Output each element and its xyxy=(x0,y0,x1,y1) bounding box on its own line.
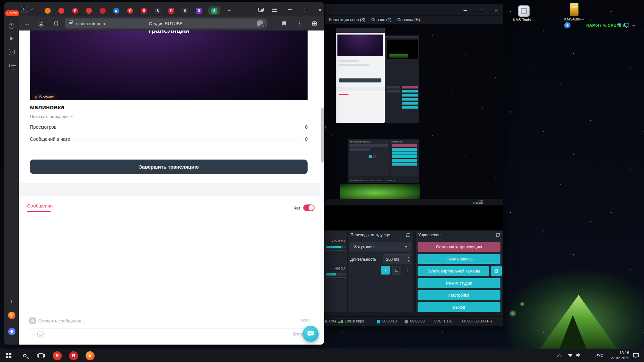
start-button[interactable] xyxy=(1,349,16,362)
chat-tabs-row: Сообщения Чат xyxy=(19,202,320,212)
duration-label: Длительность xyxy=(350,254,376,264)
show-description-toggle[interactable]: Показать описание xyxy=(30,114,73,119)
yandex-app-taskbar-button[interactable]: Я xyxy=(50,349,64,362)
browser-tab[interactable]: ▶ xyxy=(113,8,119,14)
more-options-button[interactable]: ⋮ xyxy=(295,19,304,27)
meter-db-value: -15.0 dB xyxy=(332,239,345,243)
sidebar-music-button[interactable]: ♪ xyxy=(4,311,19,319)
window-close-button[interactable]: × xyxy=(316,6,324,13)
login-button[interactable]: Войти xyxy=(5,10,19,16)
start-recording-button[interactable]: Начать запись xyxy=(418,254,500,264)
network-icon[interactable] xyxy=(568,353,573,357)
page-title: Студия RUTUBE xyxy=(65,21,267,26)
pip-button[interactable] xyxy=(257,6,265,13)
window-maximize-button[interactable] xyxy=(300,6,309,13)
reload-button[interactable] xyxy=(52,19,60,27)
popout-icon[interactable] xyxy=(406,233,410,237)
browser-tab[interactable]: R xyxy=(196,8,202,14)
tray-expand-button[interactable] xyxy=(554,349,564,362)
mini-browser-chrome xyxy=(336,28,385,33)
browser-tab[interactable]: R xyxy=(168,8,174,14)
mini-button xyxy=(392,155,417,158)
sidebar-alice-button[interactable] xyxy=(4,327,19,336)
yandex-icon: Я xyxy=(69,351,78,360)
mini-tent-strip xyxy=(389,54,408,58)
sidebar-devices-button[interactable] xyxy=(4,62,19,70)
sidebar-add-button[interactable]: + xyxy=(4,298,19,306)
menu-scene-collection[interactable]: Коллекция сцен (S) xyxy=(326,16,368,23)
task-view-button[interactable] xyxy=(34,349,48,362)
signal-bars-icon xyxy=(338,320,343,323)
spinner-arrows-icon[interactable] xyxy=(406,255,411,264)
menu-tools[interactable]: Сервис (T) xyxy=(368,16,394,23)
studio-mode-button[interactable]: Режим студии xyxy=(418,278,500,288)
language-indicator[interactable]: РУС xyxy=(595,353,603,358)
profile-button[interactable] xyxy=(37,19,46,27)
mini-obs-docks: Переходы между сце... Управление xyxy=(347,138,420,183)
virtual-camera-settings-button[interactable]: ⚙ xyxy=(491,266,502,276)
remove-transition-button[interactable] xyxy=(392,266,401,275)
support-chat-fab[interactable] xyxy=(303,326,319,342)
browser-tab[interactable]: S xyxy=(182,8,188,14)
desktop-icon-kms-tools[interactable]: KMS.Tools.... xyxy=(512,5,536,22)
window-minimize-button[interactable] xyxy=(285,6,294,13)
audio-meter xyxy=(326,273,346,276)
sidebar-history-button[interactable] xyxy=(4,22,19,30)
end-stream-button[interactable]: Завершить трансляцию xyxy=(30,160,308,174)
stop-streaming-button[interactable]: Остановить трансляцию xyxy=(418,242,500,252)
transition-select[interactable]: Затухание xyxy=(351,242,411,251)
new-tab-button[interactable]: + xyxy=(227,7,231,14)
obs-titlebar[interactable]: × xyxy=(325,4,503,16)
obs-status-bar: (0.0%) 10018 kbps 00:00:13 00:00:00 CPU:… xyxy=(325,316,503,326)
sidebar-video-button[interactable] xyxy=(4,35,19,43)
browser-tab[interactable]: S xyxy=(155,8,161,14)
browser-window: Войти 13 Я ▶ Я Я S R S R S xyxy=(4,2,324,345)
notification-center-button[interactable] xyxy=(629,349,643,362)
messages-tab[interactable]: Сообщения xyxy=(27,203,53,208)
obs-preview-canvas[interactable]: Переходы между сце... Управление xyxy=(325,24,503,230)
browser-tab[interactable] xyxy=(100,8,106,14)
menu-help[interactable]: Справка (H) xyxy=(394,16,423,23)
desktop-icon-kmsauto[interactable]: KMSAuto++ xyxy=(562,3,586,21)
browser-tab[interactable]: Я xyxy=(127,8,133,14)
browser-tab[interactable] xyxy=(86,8,92,14)
orange-app-taskbar-button[interactable] xyxy=(83,349,97,362)
chat-avatar xyxy=(29,317,36,324)
browser-tab[interactable]: Я xyxy=(141,8,147,14)
exit-button[interactable]: Выход xyxy=(418,302,500,312)
mini-obs-titlebar xyxy=(385,36,419,38)
display-capture-source[interactable]: Переходы между сце... Управление xyxy=(325,24,503,205)
search-button[interactable] xyxy=(17,349,32,362)
settings-button[interactable]: Настройки xyxy=(418,290,500,300)
start-virtual-camera-button[interactable]: Запуск виртуальной камеры xyxy=(418,266,489,276)
transition-properties-button[interactable]: ⋮ xyxy=(404,266,411,275)
taskbar-clock[interactable]: 13:16 27.02.2025 xyxy=(606,351,629,360)
sidebar-tabs-button[interactable]: 13 xyxy=(4,48,19,56)
add-transition-button[interactable]: + xyxy=(381,266,390,275)
yandex-browser-taskbar-button[interactable]: Я xyxy=(66,349,81,362)
browser-tab[interactable] xyxy=(58,8,64,14)
bookmark-button[interactable] xyxy=(280,19,288,27)
browser-menu-button[interactable] xyxy=(270,6,279,13)
popout-icon[interactable] xyxy=(496,233,500,237)
chat-toggle-switch[interactable] xyxy=(303,204,315,211)
volume-icon[interactable] xyxy=(576,353,581,357)
obs-minimize-button[interactable] xyxy=(459,6,472,14)
scrollbar-thumb[interactable] xyxy=(321,108,324,163)
browser-tab[interactable] xyxy=(45,8,51,14)
obs-maximize-button[interactable] xyxy=(474,6,487,14)
protect-icon[interactable]: 13 xyxy=(257,20,263,26)
emoji-picker-button[interactable] xyxy=(37,331,44,337)
obs-close-button[interactable]: × xyxy=(490,6,502,14)
duration-spinner[interactable]: 250 ms xyxy=(383,254,411,264)
active-tab[interactable]: S xyxy=(208,6,220,15)
panel-header: Управление xyxy=(416,231,502,239)
tab-counter-button[interactable]: 13 xyxy=(21,6,33,12)
chat-message-input[interactable] xyxy=(38,318,301,323)
browser-tab[interactable]: Я xyxy=(72,8,78,14)
address-bar[interactable]: studio.rutube.ru Студия RUTUBE 13 xyxy=(65,18,267,28)
mini-text-line xyxy=(339,60,359,62)
active-tab-favicon: S xyxy=(211,8,217,14)
back-button[interactable]: ← xyxy=(23,19,32,27)
collections-button[interactable] xyxy=(310,19,319,27)
